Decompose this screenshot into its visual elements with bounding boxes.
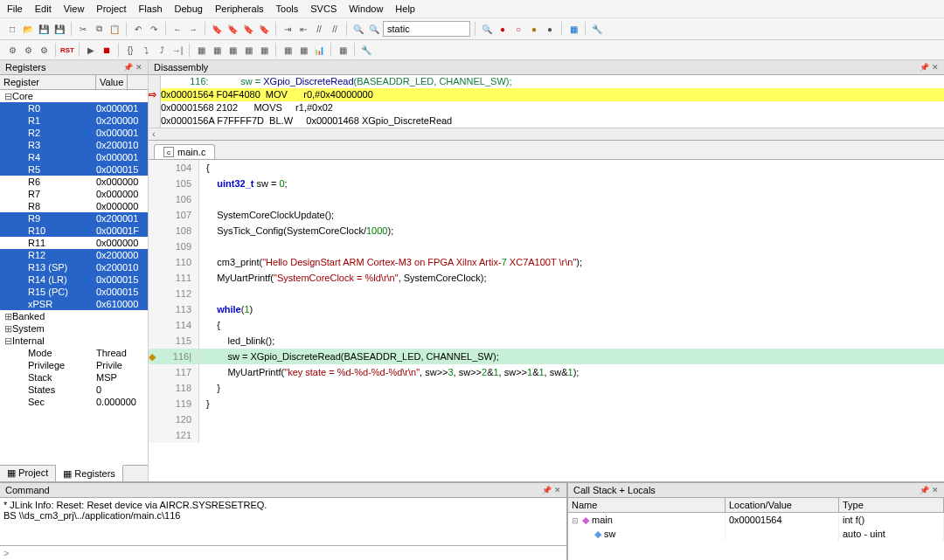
undo-icon[interactable]: ↶ [131, 22, 145, 36]
rebuild-icon[interactable]: ⚙ [21, 43, 35, 57]
menu-tools[interactable]: Tools [276, 3, 299, 14]
build-icon[interactable]: ⚙ [5, 43, 19, 57]
register-row[interactable]: ⊞System [0, 322, 148, 335]
register-row[interactable]: R10x200000 [0, 114, 148, 127]
register-row[interactable]: R110x000000 [0, 237, 148, 249]
register-row[interactable]: R15 (PC)0x000015 [0, 286, 148, 298]
stepover-icon[interactable]: ⤵ [139, 43, 153, 57]
register-row[interactable]: xPSR0x610000 [0, 298, 148, 310]
menu-window[interactable]: Window [349, 3, 383, 14]
menu-edit[interactable]: Edit [35, 3, 52, 14]
code-editor[interactable]: 104{105 uint32_t sw = 0;106107 SystemCor… [149, 160, 944, 481]
register-row[interactable]: StackMSP [0, 371, 148, 384]
new-icon[interactable]: □ [5, 22, 19, 36]
debug-icon[interactable]: 🔍 [480, 22, 494, 36]
register-row[interactable]: R60x000000 [0, 176, 148, 188]
win2-icon[interactable]: ▦ [210, 43, 224, 57]
register-row[interactable]: ModeThread [0, 347, 148, 359]
command-input[interactable]: > [0, 545, 566, 560]
uncomment-icon[interactable]: // [328, 22, 342, 36]
menu-file[interactable]: File [7, 3, 23, 14]
cut-icon[interactable]: ✂ [76, 22, 90, 36]
menu-flash[interactable]: Flash [139, 3, 163, 14]
rst-icon[interactable]: RST [60, 43, 74, 57]
mem-icon[interactable]: ▦ [281, 43, 295, 57]
register-row[interactable]: R90x200001 [0, 212, 148, 225]
find-icon[interactable]: 🔍 [351, 22, 365, 36]
config-icon[interactable]: 🔧 [590, 22, 604, 36]
register-row[interactable]: Sec0.000000 [0, 396, 148, 408]
code-line[interactable]: 109 [149, 239, 944, 254]
code-line[interactable]: 107 SystemCoreClockUpdate(); [149, 207, 944, 223]
menu-project[interactable]: Project [96, 3, 126, 14]
callstack-row[interactable]: ⊟◆ main0x00001564int f() [568, 513, 944, 527]
pin-icon[interactable]: 📌 ✕ [920, 486, 939, 494]
menu-debug[interactable]: Debug [175, 3, 203, 14]
tab-project[interactable]: ▦ Project [0, 466, 56, 481]
callstack-body[interactable]: ⊟◆ main0x00001564int f()◆ swauto - uint [568, 513, 944, 560]
register-row[interactable]: R50x000015 [0, 163, 148, 176]
find-combo[interactable]: static [383, 21, 470, 37]
disasm-scrollbar[interactable]: ‹ [149, 128, 944, 140]
code-line[interactable]: 114 { [149, 317, 944, 333]
menu-view[interactable]: View [64, 3, 85, 14]
register-row[interactable]: R80x000000 [0, 200, 148, 212]
open-icon[interactable]: 📂 [21, 22, 35, 36]
serial-icon[interactable]: ▦ [296, 43, 310, 57]
code-line[interactable]: 118 } [149, 380, 944, 396]
code-line[interactable]: 112 [149, 286, 944, 301]
register-row[interactable]: R00x000001 [0, 102, 148, 114]
disasm-line[interactable]: 0x0000156A F7FFFF7D BL.W 0x00001468 XGpi… [149, 114, 944, 128]
outdent-icon[interactable]: ⇤ [296, 22, 310, 36]
run-icon[interactable]: ▶ [84, 43, 98, 57]
disassembly-body[interactable]: 116: sw = XGpio_DiscreteRead(BASEADDR_LE… [149, 75, 944, 128]
stop-icon[interactable]: ⏹ [100, 43, 114, 57]
batch-icon[interactable]: ⚙ [37, 43, 51, 57]
saveall-icon[interactable]: 💾 [52, 22, 66, 36]
command-output[interactable]: * JLink Info: Reset: Reset device via AI… [0, 498, 566, 545]
register-row[interactable]: ⊞Banked [0, 310, 148, 322]
pin-icon[interactable]: 📌 ✕ [920, 63, 939, 72]
register-row[interactable]: PrivilegePrivile [0, 359, 148, 371]
register-row[interactable]: R40x000001 [0, 151, 148, 163]
step-icon[interactable]: {} [123, 43, 137, 57]
disasm-line[interactable]: 116: sw = XGpio_DiscreteRead(BASEADDR_LE… [149, 75, 944, 88]
analyze-icon[interactable]: 📊 [312, 43, 326, 57]
paste-icon[interactable]: 📋 [108, 22, 121, 36]
pin-icon[interactable]: 📌 ✕ [542, 486, 561, 494]
register-row[interactable]: R30x200010 [0, 139, 148, 151]
win3-icon[interactable]: ▦ [226, 43, 239, 57]
register-row[interactable]: R70x000000 [0, 188, 148, 200]
bookmark-prev-icon[interactable]: 🔖 [226, 22, 239, 36]
bp-icon[interactable]: ● [496, 22, 510, 36]
findinfiles-icon[interactable]: 🔍 [367, 22, 381, 36]
register-row[interactable]: States0 [0, 384, 148, 396]
pin-icon[interactable]: 📌 ✕ [123, 63, 142, 72]
menu-peripherals[interactable]: Peripherals [215, 3, 264, 14]
register-row[interactable]: R14 (LR)0x000015 [0, 273, 148, 286]
window-icon[interactable]: ▦ [566, 22, 580, 36]
trace-icon[interactable]: ▦ [336, 43, 350, 57]
comment-icon[interactable]: // [312, 22, 326, 36]
runto-icon[interactable]: →| [170, 43, 184, 57]
callstack-row[interactable]: ◆ swauto - uint [568, 527, 944, 541]
register-row[interactable]: R13 (SP)0x200010 [0, 261, 148, 273]
code-line[interactable]: 121 [149, 427, 944, 443]
code-line[interactable]: 105 uint32_t sw = 0; [149, 176, 944, 191]
nav-fwd-icon[interactable]: → [186, 22, 200, 36]
disasm-line[interactable]: 0x00001568 2102 MOVS r1,#0x02 [149, 101, 944, 114]
code-line[interactable]: 104{ [149, 160, 944, 176]
register-row[interactable]: ⊟Internal [0, 335, 148, 347]
bookmark-clear-icon[interactable]: 🔖 [257, 22, 271, 36]
code-line[interactable]: 120 [149, 411, 944, 427]
code-line[interactable]: 115 led_blink(); [149, 333, 944, 349]
register-row[interactable]: R120x200000 [0, 249, 148, 261]
bp4-icon[interactable]: ● [543, 22, 557, 36]
register-row[interactable]: ⊟Core [0, 90, 148, 102]
win4-icon[interactable]: ▦ [241, 43, 255, 57]
code-line[interactable]: 108 SysTick_Config(SystemCoreClock/1000)… [149, 223, 944, 239]
menu-svcs[interactable]: SVCS [310, 3, 337, 14]
bp2-icon[interactable]: ○ [511, 22, 525, 36]
save-icon[interactable]: 💾 [37, 22, 51, 36]
code-line[interactable]: 110 cm3_print("Hello DesignStart ARM Cor… [149, 254, 944, 270]
